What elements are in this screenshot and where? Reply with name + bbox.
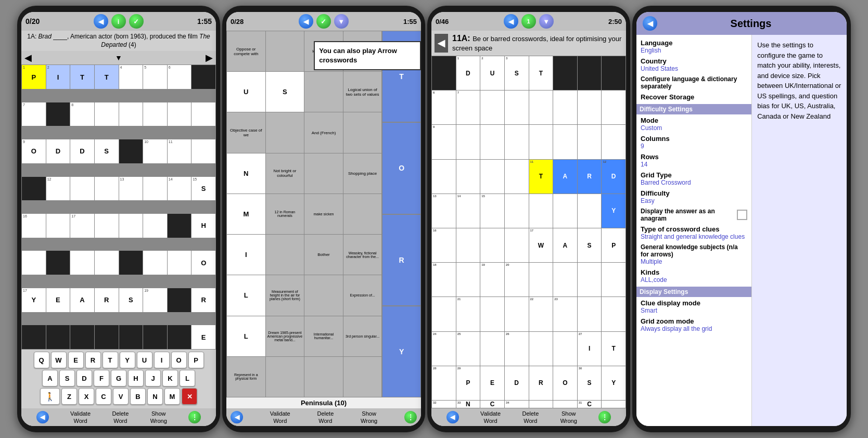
cell-r1c6[interactable]: 5	[143, 65, 167, 89]
cell-r2c1[interactable]: 7	[22, 102, 46, 126]
bc-r8c7[interactable]	[578, 297, 602, 331]
a-r5c1[interactable]: M	[227, 194, 265, 234]
delete-btn-3[interactable]: Delete Word	[522, 410, 539, 424]
a-r1c1[interactable]: Oppose or compete with	[227, 31, 265, 71]
bc-r4c6[interactable]: A	[553, 160, 577, 194]
a-r8c4[interactable]: 3rd person singular...	[343, 316, 382, 356]
bc-r11c3[interactable]: C	[480, 401, 504, 408]
bc-r10c1[interactable]: 28	[432, 366, 456, 400]
a-r6c3[interactable]: Bother	[304, 235, 343, 275]
key-R[interactable]: R	[85, 352, 101, 368]
delete-btn-2[interactable]: Delete Word	[317, 410, 334, 424]
bc-r4c1[interactable]	[432, 160, 456, 194]
kinds-value[interactable]: ALL,code	[641, 276, 747, 284]
cell-r3c6[interactable]: 10	[143, 139, 167, 163]
cell-T2[interactable]: T	[95, 65, 119, 89]
bc-r6c1[interactable]: 16	[432, 228, 456, 262]
bc-r6c8[interactable]: P	[602, 228, 626, 262]
bc-r10c8[interactable]: Y	[602, 366, 626, 400]
cell-r6c1[interactable]	[22, 251, 46, 275]
key-D[interactable]: D	[76, 370, 92, 387]
bc-r2c5[interactable]	[529, 91, 553, 124]
bc-r6c2[interactable]	[456, 228, 480, 262]
bc-r7c5[interactable]	[529, 263, 553, 297]
cell-r3c1[interactable]: 9O	[22, 139, 46, 163]
bc-r10c2[interactable]: 29P	[456, 366, 480, 400]
cell-r2c3[interactable]: 8	[70, 102, 94, 126]
show-wrong-btn-3[interactable]: Show Wrong	[560, 410, 577, 424]
cell-r6c8[interactable]: O	[192, 251, 215, 275]
cell-P[interactable]: 1P	[22, 65, 46, 89]
key-S[interactable]: S	[59, 370, 75, 387]
key-C[interactable]: C	[96, 388, 111, 405]
back-btn-2[interactable]: ◀	[231, 411, 243, 423]
bc-r11c2[interactable]: 33N	[456, 401, 480, 408]
cell-r7c3[interactable]: A	[70, 288, 94, 312]
bc-r5c6[interactable]	[553, 194, 577, 228]
bc-r3c7[interactable]	[578, 125, 602, 159]
settings-back-btn[interactable]: ◀	[643, 16, 657, 31]
cell-r2c8[interactable]	[192, 102, 215, 126]
bc-r3c6[interactable]	[553, 125, 577, 159]
bc-r8c3[interactable]	[480, 297, 504, 331]
bc-r10c7[interactable]: 30S	[578, 366, 602, 400]
a-r9c1[interactable]: Represent in a physical form	[227, 357, 265, 397]
recover-storage-label[interactable]: Recover Storage	[641, 93, 747, 101]
cell-r3c2[interactable]: D	[46, 139, 70, 163]
bc-r2c3[interactable]	[480, 91, 504, 124]
bc-r4c5[interactable]: 11T	[529, 160, 553, 194]
bc-r4c3[interactable]	[480, 160, 504, 194]
bc-r3c1[interactable]: 9	[432, 125, 456, 159]
bc-r7c3[interactable]: 19	[480, 263, 504, 297]
bc-r3c8[interactable]	[602, 125, 626, 159]
show-wrong-btn-2[interactable]: Show Wrong	[361, 410, 377, 424]
a-r2c2[interactable]: S	[266, 72, 304, 112]
clue-type-value[interactable]: Straight and general knowledge clues	[641, 233, 747, 240]
bc-r5c1[interactable]: 13	[432, 194, 456, 228]
key-A[interactable]: A	[42, 370, 58, 387]
cell-r4c2[interactable]: 12	[46, 177, 70, 201]
configure-label[interactable]: Configure language & dictionary separate…	[641, 75, 747, 90]
cell-r3c4[interactable]: S	[95, 139, 119, 163]
bc-r9c3[interactable]	[480, 332, 504, 366]
bc-r8c2[interactable]: 21	[456, 297, 480, 331]
bc-r2c6[interactable]	[553, 91, 577, 124]
a-r2c4[interactable]: Logical union of two sets of values	[343, 72, 382, 112]
cell-r7c8[interactable]: R	[192, 288, 215, 312]
grid-type-value[interactable]: Barred Crossword	[641, 179, 747, 186]
cell-r6c4[interactable]	[95, 251, 119, 275]
bc-r9c8[interactable]: T	[602, 332, 626, 366]
back-icon-1[interactable]: ◀	[94, 14, 108, 29]
rows-value[interactable]: 14	[641, 161, 747, 168]
cell-r7c2[interactable]: E	[46, 288, 70, 312]
bc-r8c1[interactable]	[432, 297, 456, 331]
clue-mode-value[interactable]: Smart	[641, 307, 747, 314]
bc-r2c7[interactable]	[578, 91, 602, 124]
key-X[interactable]: X	[79, 388, 94, 405]
key-O[interactable]: O	[171, 352, 187, 368]
cell-r2c5[interactable]	[119, 102, 143, 126]
mode-value[interactable]: Custom	[641, 124, 747, 132]
bc-r7c4[interactable]: 20	[505, 263, 529, 297]
language-value[interactable]: English	[641, 47, 747, 54]
bc-r6c3[interactable]	[480, 228, 504, 262]
anagram-toggle[interactable]	[737, 210, 747, 220]
chevron-down-1[interactable]: ▼	[115, 54, 122, 62]
key-L[interactable]: L	[180, 370, 195, 387]
bc-r10c4[interactable]: D	[505, 366, 529, 400]
num-icon-3[interactable]: 1	[521, 14, 536, 29]
a-r8c2[interactable]: Dream 1985-present American progressive …	[266, 316, 304, 356]
bc-r11c7[interactable]: 31C	[578, 401, 602, 408]
bc-r9c2[interactable]: 25	[456, 332, 480, 366]
cell-r5c6[interactable]	[143, 214, 167, 238]
back-btn-1[interactable]: ◀	[36, 411, 49, 423]
bc-r2c1[interactable]: 6	[432, 91, 456, 124]
cell-r6c7[interactable]	[168, 251, 192, 275]
bc-r11c8[interactable]	[602, 401, 626, 408]
bc-r5c7[interactable]	[578, 194, 602, 228]
bc-r1c5[interactable]: T	[529, 56, 553, 90]
back-icon-3[interactable]: ◀	[504, 14, 518, 29]
bc-r3c5[interactable]	[529, 125, 553, 159]
left-arrow-1[interactable]: ◀	[24, 52, 32, 63]
bc-r7c7[interactable]	[578, 263, 602, 297]
